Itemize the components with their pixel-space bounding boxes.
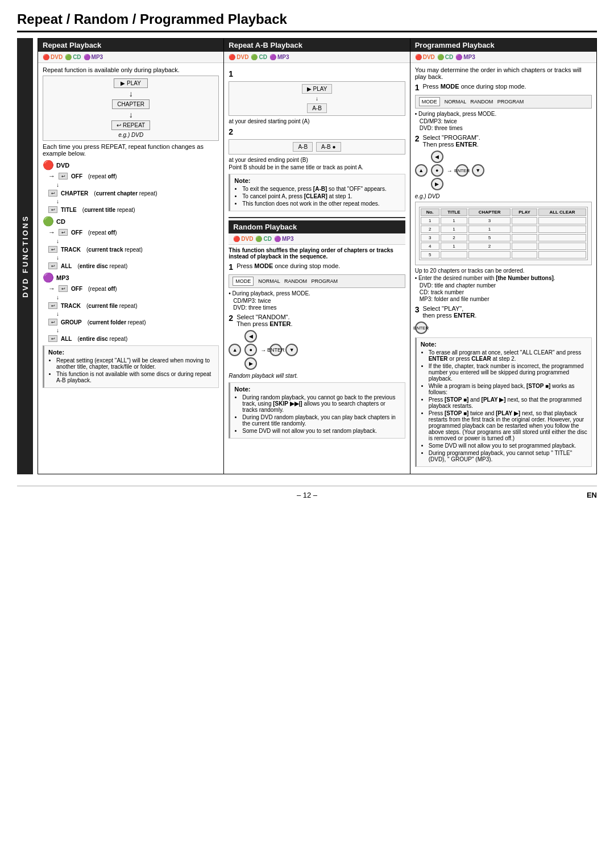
main-content: DVD FUNCTIONS Repeat Playback 🔴 DVD 🟢 CD… xyxy=(17,38,597,474)
repeat-box: ↩ REPEAT xyxy=(111,120,150,130)
prog-center-btn[interactable]: ● xyxy=(431,164,443,177)
col2-body: 1 ▶ PLAY ↓ A-B at your desired starting … xyxy=(224,63,409,445)
col1-body: Repeat function is available only during… xyxy=(38,63,223,395)
dvd-repeat-chapter: ↩ CHAPTER (current chapter repeat) xyxy=(48,190,219,197)
prog-mp3-label: MP3: folder and file number xyxy=(420,296,592,302)
left-btn[interactable]: ◀ xyxy=(244,330,257,343)
prog-enter-diagram: ▲ ◀ ● ▶ → ENTER ▼ xyxy=(415,151,592,190)
prog-left-btn[interactable]: ◀ xyxy=(431,151,443,163)
random-header: Random Playback xyxy=(229,220,405,233)
mp3-repeat-track: ↩ TRACK (current file repeat) xyxy=(48,302,219,309)
col2-dvd-badge: 🔴 DVD xyxy=(229,54,248,60)
page-footer: – 12 – EN xyxy=(17,486,597,499)
col1-note-title: Note: xyxy=(48,349,214,356)
random-note-1: During random playback, you cannot go ba… xyxy=(242,394,400,413)
footer-lang: EN xyxy=(587,491,597,499)
random-note: Note: During random playback, you cannot… xyxy=(229,382,405,439)
prog-enter-number: • Enter the desired number with [the Num… xyxy=(415,275,592,281)
prog-step1-num: 1 xyxy=(415,83,420,92)
up-btn[interactable]: ▲ xyxy=(229,344,241,356)
prog-up-to-20: Up to 20 chapters or tracks can be order… xyxy=(415,268,592,274)
col1-header-text: Repeat Playback xyxy=(43,41,101,49)
program-table: No. TITLE CHAPTER PLAY ALL CLEAR 113 211… xyxy=(419,207,588,260)
mp3-arrow-down1: ↓ xyxy=(56,294,219,301)
prog-mode-options: NORMAL RANDOM PROGRAM xyxy=(445,99,524,105)
col3-header: Programmed Playback xyxy=(410,39,596,52)
random-mode-diagram: MODE NORMAL RANDOM PROGRAM xyxy=(229,274,405,288)
col3-note-4: Press [STOP ■] and [PLAY ▶] next, so tha… xyxy=(429,397,587,409)
random-note-list: During random playback, you cannot go ba… xyxy=(234,394,400,434)
col1-intro: Repeat function is available only during… xyxy=(43,66,219,73)
random-step2-num: 2 xyxy=(229,314,233,323)
col-repeat: Repeat Playback 🔴 DVD 🟢 CD 🟣 MP3 Repeat … xyxy=(38,39,224,474)
col2-mp3-badge: 🟣 MP3 xyxy=(269,54,289,60)
ab-step1-num: 1 xyxy=(229,69,233,78)
prog-down-btn[interactable]: ▼ xyxy=(472,164,484,177)
prog-enter-btn[interactable]: ENTER xyxy=(456,164,468,177)
table-header-chapter: CHAPTER xyxy=(468,208,511,216)
random-header-text: Random Playback xyxy=(233,223,297,231)
enter-btn[interactable]: ENTER xyxy=(269,344,282,356)
mp3-repeat-group: ↩ GROUP (current folder repeat) xyxy=(48,319,219,326)
prog-right-btn[interactable]: ▶ xyxy=(431,178,443,190)
dvd-functions-label: DVD FUNCTIONS xyxy=(17,38,33,474)
col2-header-text: Repeat A-B Playback xyxy=(229,41,302,49)
prog-mode-box: MODE xyxy=(419,97,440,106)
table-header-title: TITLE xyxy=(441,208,468,216)
col3-intro: You may determine the order in which cha… xyxy=(415,66,592,80)
right-btn[interactable]: ▶ xyxy=(244,357,257,370)
random-section: Random Playback 🔴 DVD 🟢 CD 🟣 MP3 This fu… xyxy=(229,217,405,439)
col1-header: Repeat Playback xyxy=(38,39,223,52)
prog-cd-label: CD: track number xyxy=(420,289,592,295)
col3-dvd-badge: 🔴 DVD xyxy=(415,54,435,60)
dvd-repeat-title: ↩ TITLE (current title repeat) xyxy=(48,206,219,213)
table-header-num: No. xyxy=(421,208,439,216)
col-ab-random: Repeat A-B Playback 🔴 DVD 🟢 CD 🟣 MP3 1 ▶… xyxy=(224,39,410,474)
col3-mp3-badge: 🟣 MP3 xyxy=(455,54,475,60)
prog-step2-row: 2 Select "PROGRAM".Then press ENTER. xyxy=(415,134,592,148)
mp3-repeat-off: → ↩ OFF(repeat off) xyxy=(48,285,219,293)
prog-enter-only[interactable]: ENTER xyxy=(415,322,428,334)
col1-note: Note: Repeat setting (except "ALL") will… xyxy=(43,345,219,388)
col2-formats: 🔴 DVD 🟢 CD 🟣 MP3 xyxy=(224,52,409,63)
prog-up-btn[interactable]: ▲ xyxy=(415,164,428,177)
col2-note-item-1: To exit the sequence, press [A-B] so tha… xyxy=(242,186,400,192)
col-programmed: Programmed Playback 🔴 DVD 🟢 CD 🟣 MP3 You… xyxy=(410,39,596,474)
dvd-repeat-items: → ↩ OFF(repeat off) ↓ ↩ CHAPTER (current… xyxy=(43,172,219,213)
random-will-start: Random playback will start. xyxy=(229,373,405,379)
col1-formats: 🔴 DVD 🟢 CD 🟣 MP3 xyxy=(38,52,223,63)
dvd-arrow-down2: ↓ xyxy=(56,198,219,205)
chapter-box: CHAPTER xyxy=(112,99,150,109)
col1-note-item-1: Repeat setting (except "ALL") will be cl… xyxy=(56,357,214,370)
col3-note-list: To erase all program at once, select "AL… xyxy=(421,349,587,462)
col3-note: Note: To erase all program at once, sele… xyxy=(415,337,592,467)
mp3-section-label: 🟣 MP3 xyxy=(43,272,219,283)
center-btn[interactable]: ● xyxy=(244,344,257,356)
col2-note: Note: To exit the sequence, press [A-B] … xyxy=(229,174,405,211)
cd-repeat-all: ↩ ALL (entire disc repeat) xyxy=(48,262,219,269)
prog-dvd-label: DVD: title and chapter number xyxy=(420,282,592,289)
random-note-3: Some DVD will not allow you to set rando… xyxy=(242,428,400,434)
cd-section-label: 🟢 CD xyxy=(43,216,219,227)
prog-mode-diagram: MODE NORMAL RANDOM PROGRAM xyxy=(415,95,592,108)
mp3-repeat-all: ↩ ALL (entire disc repeat) xyxy=(48,335,219,342)
random-cd-mp3: CD/MP3: twice xyxy=(233,298,405,304)
random-note-title: Note: xyxy=(234,386,400,393)
random-cd-badge: 🟢 CD xyxy=(255,236,271,242)
prog-step2-example: e.g.) DVD xyxy=(415,193,592,199)
random-step1-desc: Press MODE once during stop mode. xyxy=(237,262,340,269)
col3-note-5: Press [STOP ■] twice and [PLAY ▶] next, … xyxy=(429,410,587,441)
prog-step3-num: 3 xyxy=(415,305,420,314)
random-step2-row: 2 Select "RANDOM".Then press ENTER. xyxy=(229,314,405,327)
prog-cd-mp3: CD/MP3: twice xyxy=(420,118,592,124)
random-during: • During playback, press MODE. xyxy=(229,290,405,297)
col3-note-title: Note: xyxy=(421,341,587,348)
down-btn[interactable]: ▼ xyxy=(285,344,298,356)
prog-dvd-times: DVD: three times xyxy=(420,125,592,131)
mode-box: MODE xyxy=(233,277,254,286)
random-step1-row: 1 Press MODE once during stop mode. xyxy=(229,262,405,272)
table-header-allclear: ALL CLEAR xyxy=(538,208,586,216)
col3-cd-badge: 🟢 CD xyxy=(437,54,453,60)
ab-step2-num: 2 xyxy=(229,127,233,136)
random-intro: This function shuffles the playing order… xyxy=(229,247,405,260)
